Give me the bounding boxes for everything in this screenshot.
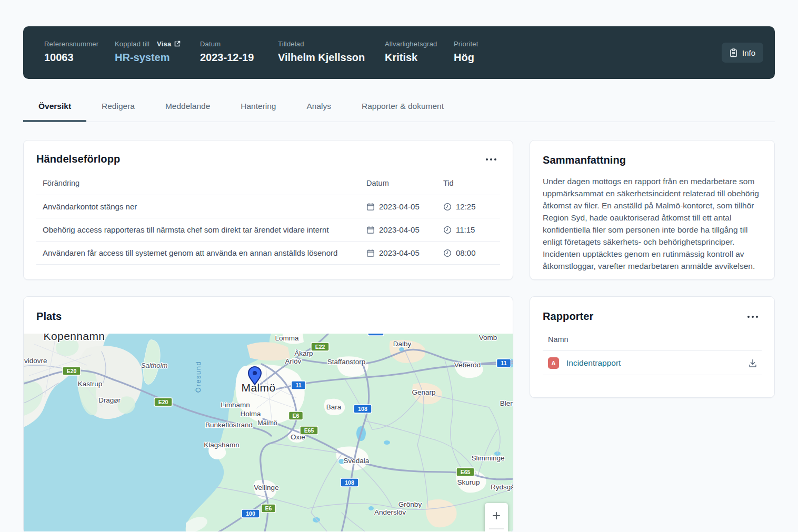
svg-text:E20: E20 <box>158 399 168 405</box>
map-label: Dalby <box>393 340 412 348</box>
info-button[interactable]: Info <box>722 43 763 63</box>
map-label: Dragør <box>98 396 121 404</box>
reports-card: Rapporter Namn A Incidentrapport <box>530 296 775 398</box>
summary-text: Under dagen mottogs en rapport från en m… <box>530 166 774 286</box>
field-value: 10063 <box>44 52 98 64</box>
map-label: Arlöv <box>285 357 302 365</box>
incident-header-bar: Referensnummer 10063 Kopplad till Visa H… <box>23 26 775 79</box>
calendar-icon <box>366 226 375 234</box>
map-label: Malmö <box>257 419 277 427</box>
tab-oversikt[interactable]: Översikt <box>23 95 86 122</box>
road-badge: 100 <box>242 509 260 518</box>
field-severity: Allvarlighetsgrad Kritisk <box>385 40 437 64</box>
visa-link[interactable]: Visa <box>157 40 181 48</box>
svg-text:E20: E20 <box>67 368 77 374</box>
clipboard-icon <box>730 48 737 57</box>
table-row: Användaren får access till systemet geno… <box>36 242 500 265</box>
map[interactable]: E20E20E221111E6E65108108E65E6100 Kopenha… <box>24 334 513 531</box>
map-svg: E20E20E221111E6E65108108E65E6100 Kopenha… <box>24 334 513 531</box>
tab-redigera[interactable]: Redigera <box>86 95 150 122</box>
field-label: Kopplad till <box>115 40 149 48</box>
change-cell: Användaren får access till systemet geno… <box>36 248 366 257</box>
road-badge: 11 <box>497 359 511 367</box>
summary-card: Sammanfattning Under dagen mottogs en ra… <box>530 140 775 280</box>
map-label: Kopenhamn <box>44 334 105 342</box>
svg-text:E6: E6 <box>265 505 272 511</box>
map-label: Oxie <box>291 433 305 441</box>
change-cell: Obehörig access rapporteras till närmsta… <box>36 225 366 234</box>
tab-hantering[interactable]: Hantering <box>225 95 291 122</box>
field-value: 2023-12-19 <box>200 52 254 64</box>
zoom-in-button[interactable]: + <box>485 503 508 531</box>
tab-meddelande[interactable]: Meddelande <box>150 95 225 122</box>
time-cell: 11:15 <box>443 225 500 234</box>
list-item: A Incidentrapport <box>543 351 762 375</box>
road-badge: 108 <box>341 478 358 487</box>
svg-text:E65: E65 <box>304 427 314 434</box>
map-label: Saltholm <box>141 362 168 369</box>
map-label: Genarp <box>412 388 435 396</box>
report-link[interactable]: Incidentrapport <box>566 358 746 368</box>
table-row: Obehörig access rapporteras till närmsta… <box>36 218 500 242</box>
column-time: Tid <box>443 179 500 187</box>
timeline-menu-button[interactable] <box>482 155 500 164</box>
map-label: Lomma <box>275 334 299 342</box>
field-value: Vilhelm Kjellsson <box>278 52 365 64</box>
location-title: Plats <box>36 310 62 323</box>
map-label: Staffanstorp <box>327 358 366 366</box>
calendar-icon <box>366 203 375 211</box>
timeline-header-row: Förändring Datum Tid <box>36 176 500 195</box>
svg-text:100: 100 <box>246 510 255 517</box>
date-cell: 2023-04-05 <box>366 248 443 257</box>
reports-title: Rapporter <box>543 310 593 323</box>
column-name: Namn <box>543 331 762 351</box>
field-linked-to: Kopplad till Visa HR-system <box>115 40 181 64</box>
map-label: Bara <box>326 403 342 411</box>
change-cell: Användarkontot stängs ner <box>36 202 366 211</box>
road-badge: 11 <box>292 381 306 389</box>
svg-text:108: 108 <box>358 406 367 412</box>
date-cell: 2023-04-05 <box>366 225 443 234</box>
map-label: Öresund <box>194 361 202 393</box>
map-label: Vellinge <box>254 484 278 491</box>
field-value-link[interactable]: HR-system <box>115 52 181 64</box>
column-date: Datum <box>366 179 443 187</box>
table-row: Användarkontot stängs ner 2023-04-05 12:… <box>36 195 500 218</box>
field-value: Kritisk <box>385 52 437 64</box>
map-label: Klagshamn <box>204 441 240 449</box>
tab-bar: Översikt Redigera Meddelande Hantering A… <box>23 95 775 122</box>
field-assignee: Tilldelad Vilhelm Kjellsson <box>278 40 365 64</box>
date-cell: 2023-04-05 <box>366 202 443 211</box>
timeline-title: Händelseförlopp <box>36 153 120 165</box>
map-label: Veberöd <box>454 361 481 369</box>
time-cell: 08:00 <box>443 248 500 257</box>
tab-analys[interactable]: Analys <box>292 95 347 122</box>
column-change: Förändring <box>36 179 366 187</box>
incident-page: Referensnummer 10063 Kopplad till Visa H… <box>0 0 798 532</box>
timeline-table: Förändring Datum Tid Användarkontot stän… <box>36 176 500 265</box>
svg-text:E6: E6 <box>293 413 300 419</box>
map-label: Åkarp <box>294 349 313 357</box>
road-badge <box>368 334 384 336</box>
road-badge: E20 <box>154 398 172 406</box>
reports-menu-button[interactable] <box>744 312 762 322</box>
map-label: Limhamn <box>221 401 250 409</box>
map-label: Vomb <box>479 334 497 342</box>
field-label: Datum <box>200 40 254 48</box>
map-label: Skurup <box>457 478 480 486</box>
map-label: Holma <box>240 410 261 418</box>
map-label: Anderslöv <box>374 508 406 516</box>
svg-text:108: 108 <box>345 479 354 486</box>
ellipsis-icon <box>747 315 759 318</box>
field-value: Hög <box>454 52 478 64</box>
timeline-card: Händelseförlopp Förändring Datum Tid <box>23 140 513 280</box>
tab-rapporter-dokument[interactable]: Rapporter & dokument <box>346 95 459 122</box>
map-label: Malmö <box>241 382 275 394</box>
road-badge: E6 <box>262 504 276 513</box>
svg-text:E65: E65 <box>461 469 471 475</box>
download-button[interactable] <box>746 356 760 370</box>
map-label: Kastrup <box>78 380 103 388</box>
pdf-file-icon: A <box>548 357 559 369</box>
field-label: Referensnummer <box>44 40 98 48</box>
summary-title: Sammanfattning <box>543 154 626 166</box>
